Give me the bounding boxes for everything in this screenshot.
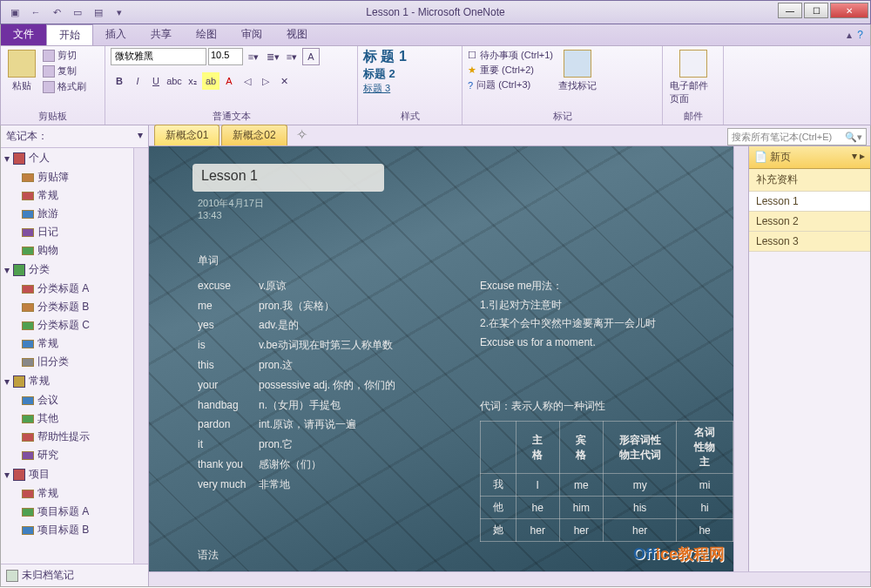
group-tags: ☐待办事项 (Ctrl+1) ★重要 (Ctrl+2) ?问题 (Ctrl+3)…: [463, 46, 663, 125]
file-tab[interactable]: 文件: [1, 24, 46, 45]
section-item[interactable]: 旅游: [1, 205, 148, 223]
highlight-button[interactable]: ab: [202, 72, 219, 90]
section-item[interactable]: 分类标题 C: [1, 316, 148, 335]
sidebar-list: ▾个人剪贴簿常规旅游日记购物▾分类分类标题 A分类标题 B分类标题 C常规旧分类…: [1, 148, 148, 564]
page-title[interactable]: Lesson 1: [192, 164, 384, 192]
tag-question[interactable]: ?问题 (Ctrl+3): [468, 78, 553, 92]
minimize-ribbon-icon[interactable]: ▴: [847, 29, 852, 41]
section-item[interactable]: 项目标题 B: [1, 521, 148, 539]
page-list-item[interactable]: 补充资料: [749, 169, 870, 192]
new-page-button[interactable]: 📄 新页 ▾ ▸: [749, 146, 870, 169]
italic-button[interactable]: I: [129, 72, 146, 90]
tag-important[interactable]: ★重要 (Ctrl+2): [468, 63, 553, 78]
section-item[interactable]: 研究: [1, 446, 148, 464]
undo-button[interactable]: ↶: [48, 3, 65, 21]
section-item[interactable]: 剪贴簿: [1, 168, 148, 186]
usage-block[interactable]: Excuse me用法： 1.引起对方注意时 2.在某个会中突然中途要离开一会儿…: [480, 277, 656, 352]
section-item[interactable]: 项目标题 A: [1, 503, 148, 521]
page-list-item[interactable]: Lesson 1: [749, 192, 870, 212]
page-canvas[interactable]: Lesson 1 2010年4月17日 13:43 单词 excusev.原谅m…: [149, 146, 733, 571]
unfiled-notes[interactable]: 未归档笔记: [1, 564, 148, 586]
align-button[interactable]: ≡▾: [283, 48, 300, 65]
section-item[interactable]: 旧分类: [1, 353, 148, 371]
notebook-item[interactable]: ▾个人: [1, 148, 148, 168]
styles-pane-button[interactable]: A: [302, 48, 320, 65]
tag-todo[interactable]: ☐待办事项 (Ctrl+1): [468, 48, 553, 63]
page-list-item[interactable]: Lesson 3: [749, 232, 870, 252]
qat-dropdown[interactable]: ▾: [111, 3, 128, 21]
notebook-item[interactable]: ▾项目: [1, 464, 148, 484]
font-size-select[interactable]: 10.5: [208, 48, 243, 65]
vocab-block[interactable]: 单词 excusev.原谅mepron.我（宾格）yesadv.是的isv.be…: [198, 251, 395, 495]
tab-view[interactable]: 视图: [274, 24, 320, 45]
notebook-item[interactable]: ▾分类: [1, 260, 148, 280]
vocab-row: mepron.我（宾格）: [198, 296, 395, 316]
section-item[interactable]: 分类标题 A: [1, 280, 148, 298]
grammar-header: 语法: [198, 548, 219, 563]
font-color-button[interactable]: A: [220, 72, 238, 90]
maximize-button[interactable]: ☐: [804, 3, 828, 18]
outdent-button[interactable]: ◁: [239, 72, 256, 90]
print-button[interactable]: ▤: [90, 3, 107, 21]
tab-share[interactable]: 共享: [138, 24, 184, 45]
cut-button[interactable]: 剪切: [41, 48, 88, 63]
section-item[interactable]: 分类标题 B: [1, 298, 148, 316]
bold-button[interactable]: B: [111, 72, 128, 90]
subscript-button[interactable]: x₂: [184, 72, 201, 90]
font-name-select[interactable]: 微软雅黑: [111, 48, 206, 65]
tab-insert[interactable]: 插入: [93, 24, 138, 45]
group-clipboard: 粘贴 剪切 复制 格式刷 剪贴板: [1, 46, 105, 125]
canvas-vscrollbar[interactable]: [733, 146, 748, 571]
minimize-button[interactable]: —: [778, 3, 802, 18]
section-item[interactable]: 会议: [1, 391, 148, 409]
vocab-row: itpron.它: [198, 435, 395, 455]
chevron-down-icon[interactable]: ▾ ▸: [852, 150, 865, 165]
bullets-button[interactable]: ≡▾: [245, 48, 262, 65]
pronoun-table[interactable]: 主格宾格形容词性物主代词名词性物主我Imemymi他hehimhishi她her…: [480, 421, 733, 542]
format-painter-button[interactable]: 格式刷: [41, 79, 88, 94]
tab-home[interactable]: 开始: [46, 24, 93, 45]
section-item[interactable]: 其他: [1, 409, 148, 428]
section-item[interactable]: 日记: [1, 223, 148, 241]
style-heading2[interactable]: 标题 2: [363, 66, 407, 82]
section-item[interactable]: 帮助性提示: [1, 428, 148, 446]
page-list-item[interactable]: Lesson 2: [749, 212, 870, 232]
notebook-item[interactable]: ▾常规: [1, 371, 148, 391]
strike-button[interactable]: abc: [165, 72, 183, 90]
help-icon[interactable]: ?: [857, 29, 863, 41]
onenote-icon[interactable]: ▣: [6, 3, 24, 21]
indent-button[interactable]: ▷: [257, 72, 274, 90]
numbering-button[interactable]: ≣▾: [264, 48, 281, 65]
email-page-button[interactable]: 电子邮件页面: [668, 48, 718, 107]
folder-icon: [22, 210, 34, 219]
style-heading3[interactable]: 标题 3: [363, 82, 407, 95]
notebook-sidebar: 笔记本： ▾ ▾个人剪贴簿常规旅游日记购物▾分类分类标题 A分类标题 B分类标题…: [1, 125, 149, 586]
close-button[interactable]: ✕: [830, 3, 868, 18]
paste-button[interactable]: 粘贴: [6, 48, 37, 94]
sidebar-dropdown-icon[interactable]: ▾: [138, 129, 143, 144]
star-icon: ★: [468, 64, 476, 76]
new-section-button[interactable]: ✧: [289, 124, 314, 145]
ribbon-tabs: 文件 开始 插入 共享 绘图 审阅 视图 ▴ ?: [0, 24, 871, 45]
canvas-hscrollbar[interactable]: [149, 571, 870, 586]
back-button[interactable]: ←: [27, 3, 44, 21]
search-icon: 🔍▾: [845, 132, 862, 143]
section-tab[interactable]: 新概念01: [154, 125, 219, 145]
chevron-icon: ▾: [4, 152, 10, 165]
dock-button[interactable]: ▭: [69, 3, 86, 21]
search-input[interactable]: 搜索所有笔记本(Ctrl+E) 🔍▾: [727, 128, 867, 145]
section-item[interactable]: 常规: [1, 484, 148, 503]
chevron-icon: ▾: [4, 264, 10, 276]
tab-review[interactable]: 审阅: [229, 24, 274, 45]
section-item[interactable]: 常规: [1, 186, 148, 205]
section-item[interactable]: 购物: [1, 241, 148, 260]
underline-button[interactable]: U: [147, 72, 165, 90]
style-heading1[interactable]: 标 题 1: [363, 48, 407, 66]
find-tags-button[interactable]: 查找标记: [557, 48, 598, 94]
copy-button[interactable]: 复制: [41, 64, 88, 78]
sidebar-scrollbar[interactable]: [133, 148, 148, 564]
tab-draw[interactable]: 绘图: [184, 24, 229, 45]
clear-format-button[interactable]: ✕: [275, 72, 293, 90]
section-item[interactable]: 常规: [1, 335, 148, 353]
section-tab[interactable]: 新概念02: [221, 125, 287, 145]
